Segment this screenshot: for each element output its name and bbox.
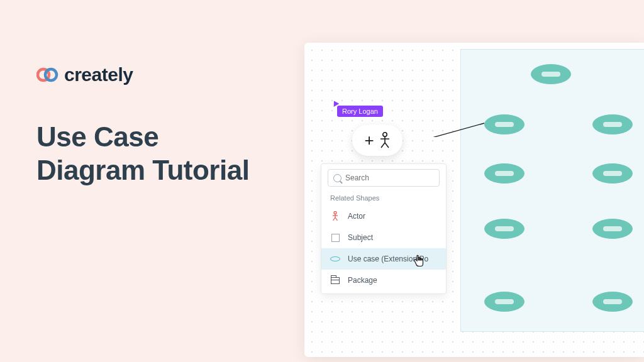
search-icon: [333, 174, 341, 182]
svg-line-19: [333, 217, 336, 221]
brand-name: creately: [64, 64, 133, 85]
pointer-cursor-icon: [413, 255, 425, 267]
use-case-node[interactable]: [592, 114, 633, 134]
use-case-node[interactable]: [531, 64, 571, 84]
svg-point-16: [334, 212, 336, 214]
use-case-node[interactable]: [484, 114, 525, 134]
page-title: Use Case Diagram Tutorial: [36, 121, 249, 187]
svg-point-1: [45, 69, 57, 80]
shapes-panel: Related Shapes Actor Subject Use case (E…: [321, 163, 447, 294]
usecase-shape-icon: [330, 254, 340, 264]
related-shapes-label: Related Shapes: [321, 192, 446, 206]
creately-logo-icon: [36, 67, 59, 82]
headline-line-2: Diagram Tutorial: [36, 155, 249, 185]
shape-item-label: Package: [348, 276, 377, 285]
use-case-node[interactable]: [484, 163, 525, 184]
package-shape-icon: [330, 275, 340, 285]
svg-line-14: [381, 143, 385, 148]
shape-item-package[interactable]: Package: [321, 270, 446, 291]
system-boundary[interactable]: [460, 49, 644, 332]
actor-icon: [379, 132, 391, 148]
use-case-node[interactable]: [592, 163, 633, 184]
use-case-node[interactable]: [592, 292, 633, 312]
collaborator-cursor-tag: Rory Logan: [337, 106, 383, 117]
plus-icon: +: [364, 132, 374, 148]
actor-shape-icon: [330, 211, 340, 221]
subject-shape-icon: [330, 233, 340, 243]
use-case-node[interactable]: [484, 292, 525, 312]
shape-item-actor[interactable]: Actor: [321, 206, 446, 227]
add-shape-button[interactable]: +: [352, 124, 402, 156]
shape-item-usecase[interactable]: Use case (Extension Po: [321, 248, 446, 270]
diagram-canvas[interactable]: Rory Logan + Related Shapes: [304, 43, 644, 357]
svg-line-15: [385, 143, 389, 148]
shape-item-label: Actor: [348, 212, 365, 221]
headline-line-1: Use Case: [36, 121, 158, 152]
use-case-node[interactable]: [484, 219, 525, 239]
shape-item-label: Subject: [348, 233, 373, 242]
shape-item-subject[interactable]: Subject: [321, 227, 446, 248]
svg-line-20: [335, 217, 338, 221]
svg-point-11: [382, 133, 386, 136]
search-field[interactable]: [345, 173, 434, 182]
use-case-node[interactable]: [592, 219, 633, 239]
shape-search-input[interactable]: [328, 169, 440, 187]
brand-logo: creately: [36, 64, 249, 85]
